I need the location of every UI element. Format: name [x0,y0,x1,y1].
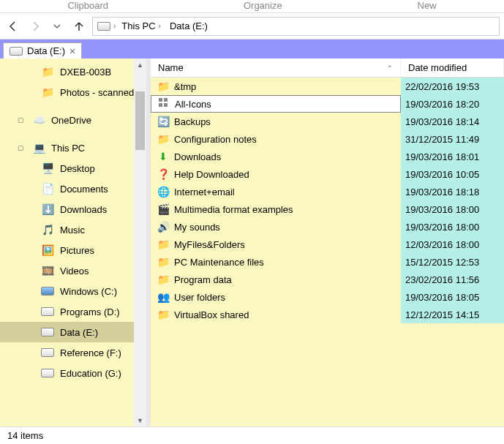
file-row[interactable]: MyFiles&Folders12/03/2016 18:00 [151,236,504,253]
chevron-right-icon[interactable]: › [159,22,161,30]
svg-rect-2 [159,103,162,107]
sidebar-item-label: DXEB-003B [60,67,111,78]
file-row[interactable]: Configuration notes31/12/2015 11:49 [151,130,504,148]
sidebar-item[interactable]: Programs (D:) [0,301,146,322]
file-name: Configuration notes [174,134,257,145]
folder-icon [41,86,54,99]
column-header-name[interactable]: Name⌃ [151,59,401,77]
sidebar-item[interactable]: 🎞️Videos [0,260,146,281]
file-row[interactable]: 🔊My sounds19/03/2016 18:00 [151,218,504,236]
file-name: Multimedia format examples [174,204,293,215]
file-row[interactable]: Program data23/02/2016 11:56 [151,271,504,288]
tab-label: Data (E:) [27,45,65,56]
column-label: Date modified [408,62,467,73]
breadcrumb-label: Data (E:) [170,20,208,31]
sidebar-item-label: Videos [60,266,89,276]
file-name-cell: 🌐Internet+email [151,183,401,200]
up-button[interactable] [70,18,88,35]
file-list[interactable]: &tmp22/02/2016 19:53All-Icons19/03/2016 … [151,78,504,426]
file-date-cell: 15/12/2015 12:53 [401,253,504,271]
svg-rect-3 [164,103,168,107]
navigation-pane[interactable]: DXEB-003BPhotos - scanned▢☁️OneDrive▢💻Th… [0,59,146,426]
drive-icon [97,20,110,33]
sidebar-item[interactable]: Windows (C:) [0,281,146,301]
column-headers: Name⌃ Date modified [151,59,504,78]
sidebar-item[interactable]: 🖥️Desktop [0,158,146,178]
file-row[interactable]: PC Maintenance files15/12/2015 12:53 [151,253,504,271]
file-row[interactable]: VirtualBox shared12/12/2015 14:15 [151,306,504,323]
sidebar-item[interactable]: Photos - scanned [0,82,146,102]
column-header-date[interactable]: Date modified [401,59,504,77]
file-date-cell: 19/03/2016 18:14 [401,113,504,130]
sidebar-item[interactable]: DXEB-003B [0,61,146,82]
file-name-cell: All-Icons [151,95,401,113]
file-name: Backups [174,116,211,127]
file-date-cell: 12/12/2015 14:15 [401,306,504,323]
sidebar-item-label: Education (G:) [60,368,121,379]
sidebar-item[interactable]: 📄Documents [0,178,146,199]
multimedia-icon: 🎬 [157,203,170,216]
thispc-icon: 💻 [32,141,45,154]
scroll-thumb[interactable] [135,91,145,150]
file-date-cell: 19/03/2016 18:18 [401,183,504,200]
expand-icon[interactable]: ▢ [18,116,26,124]
sidebar-scrollbar[interactable]: ▲ ▼ [134,59,146,426]
sidebar-item[interactable]: Education (G:) [0,363,146,383]
sidebar-item[interactable]: ⬇️Downloads [0,199,146,219]
help-icon: ❓ [157,168,170,181]
file-date-cell: 19/03/2016 18:00 [401,200,504,218]
file-row[interactable]: All-Icons19/03/2016 18:20 [151,95,504,113]
close-icon[interactable]: × [69,46,75,56]
sidebar-item[interactable]: 🖼️Pictures [0,240,146,260]
folder-icon [157,255,170,268]
scroll-track[interactable] [134,71,146,414]
sidebar-item[interactable]: 🎵Music [0,219,146,240]
file-name-cell: ❓Help Downloaded [151,165,401,183]
breadcrumb-segment[interactable]: This PC› [119,19,164,33]
sidebar-item[interactable]: ▢💻This PC [0,138,146,158]
file-row[interactable]: 👥User folders19/03/2016 18:05 [151,288,504,306]
file-row[interactable]: ❓Help Downloaded19/03/2016 10:05 [151,165,504,183]
recent-dropdown[interactable] [48,18,66,35]
file-row[interactable]: 🎬Multimedia format examples19/03/2016 18… [151,200,504,218]
back-button[interactable] [4,18,22,35]
drive-icon [10,45,23,58]
folder-icon [157,132,170,146]
address-bar[interactable]: › This PC› Data (E:) [92,17,500,36]
file-name: User folders [174,292,225,303]
downloads-green-icon: ⬇ [157,150,170,163]
users-icon: 👥 [157,290,170,304]
sidebar-item[interactable]: ▢☁️OneDrive [0,110,146,130]
chevron-right-icon[interactable]: › [113,22,116,30]
file-name-cell: Configuration notes [151,130,401,148]
file-name: Downloads [174,151,221,162]
sidebar-item[interactable]: Reference (F:) [0,342,146,363]
videos-icon: 🎞️ [41,264,54,277]
sidebar-item-label: Windows (C:) [60,286,117,297]
internet-icon: 🌐 [157,185,170,198]
forward-button[interactable] [26,18,44,35]
file-name-cell: 🔊My sounds [151,218,401,236]
file-name-cell: Program data [151,271,401,288]
ribbon-hint: Organize [244,0,282,12]
file-row[interactable]: 🌐Internet+email19/03/2016 18:18 [151,183,504,200]
scroll-up-icon[interactable]: ▲ [134,59,146,71]
scroll-down-icon[interactable]: ▼ [134,414,146,426]
breadcrumb-segment[interactable]: Data (E:) [167,19,211,33]
expand-icon[interactable]: ▢ [18,144,26,151]
documents-icon: 📄 [41,182,54,195]
file-row[interactable]: 🔄Backups19/03/2016 18:14 [151,113,504,130]
sidebar-item-label: Reference (F:) [60,347,121,358]
drive-icon [41,326,54,339]
file-row[interactable]: ⬇Downloads19/03/2016 18:01 [151,148,504,165]
file-name: VirtualBox shared [174,309,249,320]
content-pane: Name⌃ Date modified &tmp22/02/2016 19:53… [151,59,504,426]
svg-rect-1 [164,98,168,102]
sidebar-item[interactable]: Data (E:) [0,322,146,342]
file-row[interactable]: &tmp22/02/2016 19:53 [151,78,504,95]
main-area: DXEB-003BPhotos - scanned▢☁️OneDrive▢💻Th… [0,59,504,426]
file-name-cell: VirtualBox shared [151,306,401,323]
pictures-icon: 🖼️ [41,244,54,257]
file-name-cell: PC Maintenance files [151,253,401,271]
tab-data-e[interactable]: Data (E:) × [3,42,82,59]
